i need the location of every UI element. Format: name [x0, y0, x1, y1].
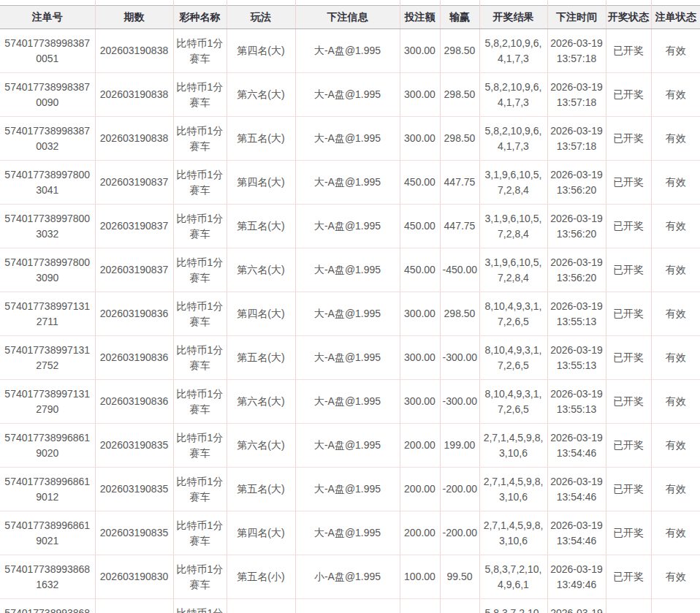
header-top-spacer	[0, 0, 700, 6]
cell-win_loss: 447.75	[440, 205, 479, 248]
cell-order_id: 5740177389971312790	[0, 380, 95, 424]
cell-result: 2,7,1,4,5,9,8,3,10,6	[479, 468, 547, 511]
cell-draw_status: 已开奖	[606, 29, 651, 73]
cell-win_loss: -300.00	[440, 336, 479, 380]
table-row: 5740177389978003041202603190837比特币1分赛车第四…	[0, 161, 700, 205]
cell-time: 2026-03-19 13:54:46	[547, 424, 606, 468]
cell-lottery: 比特币1分赛车	[173, 292, 227, 336]
cell-draw_status: 已开奖	[606, 336, 651, 380]
cell-order_status: 有效	[651, 555, 700, 599]
cell-order_status: 有效	[651, 599, 700, 613]
cell-play: 第五名(大)	[227, 205, 295, 248]
cell-amount: 300.00	[400, 292, 440, 336]
cell-lottery: 比特币1分赛车	[173, 599, 227, 613]
cell-time: 2026-03-19 13:56:20	[547, 161, 606, 205]
cell-period: 202603190837	[95, 248, 173, 292]
cell-order_status: 有效	[651, 511, 700, 555]
cell-play: 第四名(大)	[227, 161, 295, 205]
table-row: 5740177389971312752202603190836比特币1分赛车第五…	[0, 336, 700, 380]
cell-order_id: 5740177389978003032	[0, 205, 95, 248]
cell-draw_status: 已开奖	[606, 380, 651, 424]
cell-bet_info: 大-A盘@1.995	[295, 380, 400, 424]
cell-time: 2026-03-19 13:55:13	[547, 292, 606, 336]
cell-period: 202603190838	[95, 117, 173, 161]
cell-result: 5,8,3,7,2,10,4,9,6,1	[479, 555, 547, 599]
cell-play: 第四名(大)	[227, 292, 295, 336]
cell-amount: 300.00	[400, 380, 440, 424]
spacer-cell	[479, 0, 547, 6]
cell-order_id: 5740177389978003041	[0, 161, 95, 205]
cell-period: 202603190830	[95, 555, 173, 599]
cell-order_id: 5740177389968619021	[0, 511, 95, 555]
cell-result: 5,8,2,10,9,6,4,1,7,3	[479, 29, 547, 73]
spacer-cell	[651, 0, 700, 6]
cell-win_loss: 298.50	[440, 73, 479, 117]
cell-play: 第六名(小)	[227, 599, 295, 613]
cell-win_loss: 99.50	[440, 555, 479, 599]
spacer-cell	[173, 0, 227, 6]
column-header-period: 期数	[95, 6, 173, 29]
cell-win_loss: -100.00	[440, 599, 479, 613]
cell-bet_info: 大-A盘@1.995	[295, 248, 400, 292]
cell-order_id: 5740177389983870032	[0, 117, 95, 161]
cell-amount: 200.00	[400, 511, 440, 555]
cell-lottery: 比特币1分赛车	[173, 511, 227, 555]
header-row: 注单号期数彩种名称玩法下注信息投注额输赢开奖结果下注时间开奖状态注单状态	[0, 6, 700, 29]
cell-period: 202603190835	[95, 424, 173, 468]
cell-play: 第六名(大)	[227, 73, 295, 117]
cell-order_status: 有效	[651, 205, 700, 248]
cell-time: 2026-03-19 13:55:13	[547, 380, 606, 424]
cell-result: 8,10,4,9,3,1,7,2,6,5	[479, 380, 547, 424]
cell-period: 202603190835	[95, 468, 173, 511]
cell-play: 第六名(大)	[227, 424, 295, 468]
cell-lottery: 比特币1分赛车	[173, 117, 227, 161]
table-row: 5740177389971312790202603190836比特币1分赛车第六…	[0, 380, 700, 424]
cell-order_id: 5740177389971312711	[0, 292, 95, 336]
spacer-cell	[547, 0, 606, 6]
cell-draw_status: 已开奖	[606, 555, 651, 599]
cell-amount: 300.00	[400, 73, 440, 117]
cell-result: 3,1,9,6,10,5,7,2,8,4	[479, 205, 547, 248]
cell-play: 第五名(小)	[227, 555, 295, 599]
cell-time: 2026-03-19 13:49:46	[547, 599, 606, 613]
spacer-cell	[606, 0, 651, 6]
cell-lottery: 比特币1分赛车	[173, 380, 227, 424]
cell-amount: 200.00	[400, 468, 440, 511]
cell-amount: 300.00	[400, 336, 440, 380]
cell-bet_info: 大-A盘@1.995	[295, 29, 400, 73]
cell-amount: 300.00	[400, 117, 440, 161]
cell-result: 2,7,1,4,5,9,8,3,10,6	[479, 424, 547, 468]
cell-order_status: 有效	[651, 336, 700, 380]
column-header-time: 下注时间	[547, 6, 606, 29]
cell-draw_status: 已开奖	[606, 292, 651, 336]
cell-win_loss: -450.00	[440, 248, 479, 292]
cell-draw_status: 已开奖	[606, 73, 651, 117]
cell-order_status: 有效	[651, 73, 700, 117]
cell-win_loss: 199.00	[440, 424, 479, 468]
table-row: 5740177389978003090202603190837比特币1分赛车第六…	[0, 248, 700, 292]
table-row: 5740177389968619020202603190835比特币1分赛车第六…	[0, 424, 700, 468]
cell-result: 5,8,2,10,9,6,4,1,7,3	[479, 117, 547, 161]
table-row: 5740177389983870051202603190838比特币1分赛车第四…	[0, 29, 700, 73]
cell-lottery: 比特币1分赛车	[173, 555, 227, 599]
column-header-order_id: 注单号	[0, 6, 95, 29]
cell-period: 202603190836	[95, 292, 173, 336]
table-row: 5740177389983870090202603190838比特币1分赛车第六…	[0, 73, 700, 117]
cell-bet_info: 大-A盘@1.995	[295, 205, 400, 248]
cell-lottery: 比特币1分赛车	[173, 161, 227, 205]
cell-time: 2026-03-19 13:49:46	[547, 555, 606, 599]
cell-lottery: 比特币1分赛车	[173, 73, 227, 117]
cell-order_status: 有效	[651, 161, 700, 205]
cell-draw_status: 已开奖	[606, 599, 651, 613]
cell-time: 2026-03-19 13:57:18	[547, 29, 606, 73]
cell-lottery: 比特币1分赛车	[173, 336, 227, 380]
cell-win_loss: 447.75	[440, 161, 479, 205]
cell-bet_info: 大-A盘@1.995	[295, 336, 400, 380]
cell-period: 202603190837	[95, 161, 173, 205]
cell-play: 第四名(大)	[227, 29, 295, 73]
cell-time: 2026-03-19 13:56:20	[547, 248, 606, 292]
cell-amount: 450.00	[400, 248, 440, 292]
spacer-cell	[295, 0, 400, 6]
cell-draw_status: 已开奖	[606, 248, 651, 292]
cell-amount: 300.00	[400, 29, 440, 73]
